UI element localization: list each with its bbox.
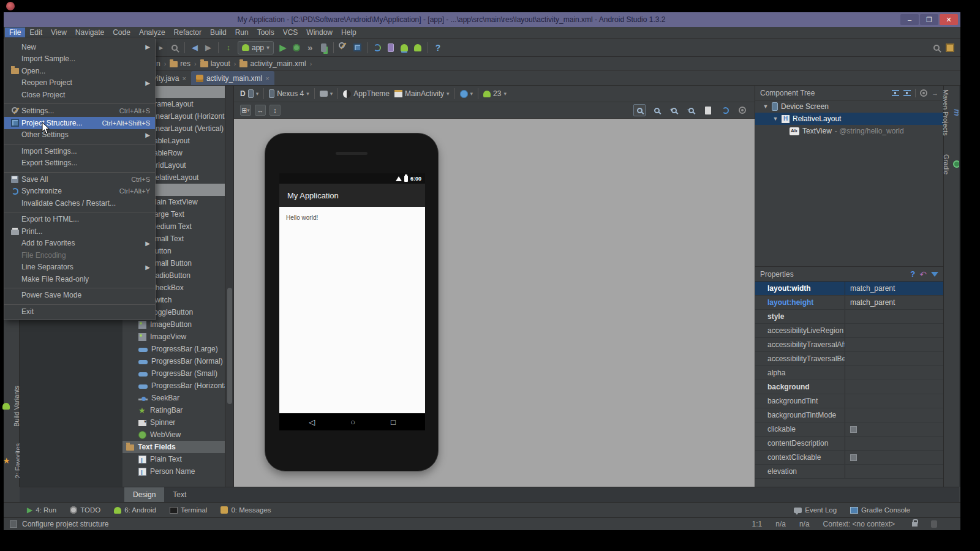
toolbar-icon[interactable] <box>184 42 185 53</box>
tree-node-relativelayout[interactable]: ▼ RelativeLayout <box>755 113 943 125</box>
palette-item[interactable]: Plain Text <box>123 453 225 465</box>
variants-icon[interactable]: ⊞▾ <box>240 105 251 116</box>
file-menu-item[interactable]: Add to Favorites ▶ <box>4 238 155 250</box>
file-menu-item[interactable]: ▶ <box>4 301 155 305</box>
android-monitor-icon[interactable] <box>411 41 424 54</box>
expand-vertical-icon[interactable]: ↕ <box>270 105 281 116</box>
breadcrumb-item[interactable]: n › <box>156 59 167 68</box>
lock-icon[interactable] <box>912 522 918 527</box>
breadcrumb-item[interactable]: layout › <box>200 59 238 68</box>
file-menu-item[interactable]: Close Project ▶ <box>4 89 155 101</box>
orientation-selector[interactable]: ▾ <box>320 91 333 97</box>
file-menu-item[interactable]: Reopen Project ▶ <box>4 77 155 89</box>
avd-manager-icon[interactable] <box>384 41 398 54</box>
activity-selector[interactable]: MainActivity▾ <box>394 89 450 98</box>
gradle-sync-icon[interactable] <box>371 41 384 54</box>
menu-item[interactable]: Window <box>302 28 337 37</box>
palette-item[interactable]: ImageView <box>123 331 225 343</box>
file-menu-item[interactable]: Import Sample... ▶ <box>4 53 155 66</box>
palette-item[interactable]: SeekBar <box>123 392 225 404</box>
help-icon[interactable] <box>431 41 445 54</box>
toolbar-icon[interactable] <box>218 42 219 53</box>
palette-item[interactable]: ImageButton <box>123 318 225 331</box>
file-menu-item[interactable]: Make File Read-only ▶ <box>4 273 155 285</box>
gear-icon[interactable] <box>920 89 927 97</box>
device-preview[interactable]: 6:00 My Application Hello world! ◁ ○ <box>265 133 439 471</box>
file-menu-item[interactable]: ▶ <box>4 209 155 214</box>
tab-design[interactable]: Design <box>124 487 164 503</box>
elevation[interactable]: elevation <box>755 465 943 479</box>
background-tasks-icon[interactable] <box>10 520 17 528</box>
menu-item[interactable]: VCS <box>279 28 303 37</box>
zoom-in-icon[interactable]: + <box>668 104 680 116</box>
menu-item[interactable]: Refactor <box>170 28 206 37</box>
filter-icon[interactable] <box>931 272 938 277</box>
toolbar-icon[interactable] <box>333 42 334 53</box>
layout:width[interactable]: layout:width match_parent <box>755 282 943 296</box>
help-icon[interactable]: ? <box>910 269 915 279</box>
hello-world-textview[interactable]: Hello world! <box>286 214 318 221</box>
close-button[interactable]: ✕ <box>940 14 958 25</box>
save-all-icon[interactable]: Save All Ctrl+S ▶ <box>4 173 155 186</box>
file-menu-item[interactable]: Power Save Mode ▶ <box>4 290 155 302</box>
run-toolwindow-icon[interactable]: 4: Run <box>27 506 56 514</box>
compare-icon[interactable] <box>222 41 235 54</box>
preview-content[interactable]: Hello world! <box>279 207 425 413</box>
search-everywhere-icon[interactable] <box>933 45 940 51</box>
menu-item[interactable]: Build <box>206 28 231 37</box>
palette-item[interactable]: WebView <box>123 429 225 441</box>
build-variants-stripe[interactable]: Build Variants <box>2 386 20 427</box>
dock-icon[interactable]: → <box>932 89 938 97</box>
checkbox[interactable] <box>850 426 857 433</box>
tree-node-textview[interactable]: TextView - @string/hello_world <box>755 125 943 137</box>
backgroundTintMode[interactable]: backgroundTintMode <box>755 408 943 422</box>
collapse-all-icon[interactable] <box>903 90 911 96</box>
checkbox[interactable] <box>850 454 857 461</box>
palette-item[interactable]: ProgressBar (Horizontal) <box>123 380 225 392</box>
close-icon[interactable]: × <box>265 75 269 82</box>
accessibilityTraversalAfte[interactable]: accessibilityTraversalAfte <box>755 338 943 352</box>
synchronize-icon[interactable]: Synchronize Ctrl+Alt+Y ▶ <box>4 186 155 198</box>
backgroundTint[interactable]: backgroundTint <box>755 394 943 408</box>
title-bar[interactable]: My Application - [C:\PD\Software\Android… <box>4 12 960 27</box>
file-menu-item[interactable]: Invalidate Caches / Restart... ▶ <box>4 197 155 209</box>
search-icon[interactable] <box>168 41 181 54</box>
file-menu-item[interactable]: Line Separators ▶ <box>4 261 155 274</box>
forward-icon[interactable] <box>202 41 215 54</box>
tab-activity-main-xml[interactable]: activity_main.xml × <box>191 71 274 85</box>
file-menu-item[interactable]: ▶ <box>4 285 155 290</box>
palette-item[interactable]: ProgressBar (Small) <box>123 367 225 380</box>
background[interactable]: background <box>755 380 943 394</box>
maven-projects-stripe[interactable]: m Maven Projects <box>942 89 962 136</box>
chevron-down-icon[interactable]: ▼ <box>772 116 778 122</box>
tree-node-device-screen[interactable]: ▼ Device Screen <box>755 100 943 113</box>
menu-item[interactable]: Run <box>231 28 253 37</box>
style[interactable]: style <box>755 310 943 324</box>
file-menu-item[interactable]: File Encoding ▶ <box>4 249 155 261</box>
debug-icon[interactable] <box>290 41 303 54</box>
expand-all-icon[interactable] <box>892 90 899 96</box>
render-options-gear-icon[interactable] <box>736 104 748 116</box>
palette-item[interactable]: RatingBar <box>123 404 225 416</box>
run-icon[interactable] <box>276 41 290 54</box>
menu-item[interactable]: Help <box>337 28 361 37</box>
design-surface-selector[interactable]: D▾ <box>240 89 258 98</box>
api-level-selector[interactable]: 23▾ <box>483 89 507 98</box>
expand-horizontal-icon[interactable]: ↔ <box>255 105 266 116</box>
tab-text[interactable]: Text <box>164 487 195 503</box>
menu-item[interactable]: Edit <box>25 28 47 37</box>
open-icon[interactable]: Open... ▶ <box>4 65 155 77</box>
palette-item[interactable]: ProgressBar (Normal) <box>123 355 225 367</box>
zoom-out-icon[interactable]: − <box>685 104 697 116</box>
file-menu-item[interactable]: Exit ▶ <box>4 305 155 318</box>
print-icon[interactable]: Print... ▶ <box>4 225 155 238</box>
gradle-console-icon[interactable]: Gradle Console <box>850 506 910 514</box>
accessibilityLiveRegion[interactable]: accessibilityLiveRegion <box>755 324 943 338</box>
chevron-down-icon[interactable]: ▼ <box>763 103 769 110</box>
file-menu-item[interactable]: ▶ <box>4 101 155 105</box>
menu-item[interactable]: View <box>47 28 71 37</box>
contextClickable[interactable]: contextClickable <box>755 451 943 465</box>
refresh-icon[interactable] <box>719 104 731 116</box>
maximize-button[interactable]: ❐ <box>920 14 938 25</box>
back-icon[interactable] <box>188 41 202 54</box>
